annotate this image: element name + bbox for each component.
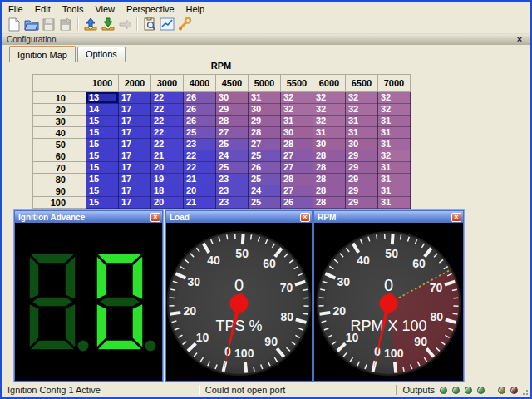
configuration-titlebar[interactable]: Configuration ×	[2, 34, 530, 45]
map-cell[interactable]: 17	[119, 139, 151, 150]
map-cell[interactable]: 31	[249, 92, 281, 104]
map-cell[interactable]: 28	[249, 127, 281, 139]
map-cell[interactable]: 31	[378, 185, 411, 197]
map-cell[interactable]: 29	[346, 150, 378, 162]
map-cell[interactable]: 28	[216, 116, 249, 127]
map-cell[interactable]: 29	[346, 162, 378, 174]
map-cell[interactable]: 21	[151, 150, 184, 162]
map-cell[interactable]: 32	[346, 104, 378, 116]
map-cell[interactable]: 22	[151, 139, 184, 150]
map-cell[interactable]: 17	[119, 162, 151, 174]
map-cell[interactable]: 29	[346, 174, 378, 185]
menu-edit[interactable]: Edit	[29, 3, 57, 15]
map-cell[interactable]: 25	[249, 197, 281, 209]
map-cell[interactable]: 26	[249, 162, 281, 174]
map-cell[interactable]: 20	[184, 185, 216, 197]
map-cell[interactable]: 30	[216, 92, 249, 104]
load-titlebar[interactable]: Load ×	[166, 211, 312, 223]
save-icon[interactable]	[40, 16, 57, 32]
map-cell[interactable]: 30	[249, 104, 281, 116]
menu-view[interactable]: View	[89, 3, 121, 15]
report-icon[interactable]	[140, 16, 158, 32]
map-cell[interactable]: 25	[216, 139, 249, 150]
map-cell[interactable]: 27	[281, 150, 313, 162]
map-cell[interactable]: 28	[281, 139, 313, 150]
map-cell[interactable]: 30	[313, 139, 346, 150]
map-cell[interactable]: 15	[86, 197, 119, 209]
open-folder-icon[interactable]	[22, 16, 40, 32]
map-cell[interactable]: 14	[86, 104, 119, 116]
map-cell[interactable]: 25	[216, 162, 249, 174]
menu-help[interactable]: Help	[180, 3, 211, 15]
map-cell[interactable]: 17	[119, 150, 151, 162]
map-cell-selected[interactable]: 13	[86, 92, 119, 104]
map-cell[interactable]: 29	[249, 116, 281, 127]
map-cell[interactable]: 17	[119, 116, 151, 127]
map-cell[interactable]: 32	[313, 116, 346, 127]
close-icon[interactable]: ×	[300, 213, 310, 222]
map-cell[interactable]: 26	[184, 116, 216, 127]
map-cell[interactable]: 24	[249, 185, 281, 197]
map-cell[interactable]: 31	[313, 127, 346, 139]
map-cell[interactable]: 31	[378, 174, 411, 185]
map-cell[interactable]: 23	[216, 174, 249, 185]
map-cell[interactable]: 28	[313, 197, 346, 209]
upload-icon[interactable]	[81, 16, 99, 32]
map-cell[interactable]: 27	[249, 139, 281, 150]
map-cell[interactable]: 30	[281, 127, 313, 139]
map-cell[interactable]: 31	[378, 197, 411, 209]
map-cell[interactable]: 28	[313, 174, 346, 185]
map-cell[interactable]: 17	[119, 185, 151, 197]
map-cell[interactable]: 28	[281, 174, 313, 185]
close-icon[interactable]: ×	[515, 35, 525, 44]
menu-tools[interactable]: Tools	[57, 3, 90, 15]
map-cell[interactable]: 22	[151, 116, 184, 127]
send-icon[interactable]	[116, 16, 134, 32]
wrench-icon[interactable]	[175, 16, 193, 32]
menu-perspective[interactable]: Perspective	[121, 3, 180, 15]
map-cell[interactable]: 15	[86, 139, 119, 150]
map-cell[interactable]: 28	[313, 162, 346, 174]
map-cell[interactable]: 15	[86, 185, 119, 197]
map-cell[interactable]: 32	[313, 92, 346, 104]
download-icon[interactable]	[99, 16, 116, 32]
map-cell[interactable]: 27	[216, 127, 249, 139]
map-cell[interactable]: 22	[151, 92, 184, 104]
map-cell[interactable]: 15	[86, 162, 119, 174]
map-cell[interactable]: 32	[281, 92, 313, 104]
map-cell[interactable]: 22	[151, 127, 184, 139]
map-cell[interactable]: 23	[216, 185, 249, 197]
map-cell[interactable]: 32	[281, 104, 313, 116]
map-cell[interactable]: 31	[378, 139, 411, 150]
map-cell[interactable]: 22	[184, 150, 216, 162]
map-cell[interactable]: 31	[346, 127, 378, 139]
menu-file[interactable]: File	[2, 3, 29, 15]
map-cell[interactable]: 32	[346, 92, 378, 104]
map-cell[interactable]: 18	[151, 185, 184, 197]
map-cell[interactable]: 22	[151, 104, 184, 116]
map-cell[interactable]: 31	[281, 116, 313, 127]
map-cell[interactable]: 32	[378, 150, 411, 162]
map-cell[interactable]: 19	[151, 174, 184, 185]
map-cell[interactable]: 26	[184, 104, 216, 116]
map-cell[interactable]: 32	[313, 104, 346, 116]
tab-options[interactable]: Options	[77, 47, 126, 62]
map-cell[interactable]: 20	[151, 162, 184, 174]
map-cell[interactable]: 31	[378, 127, 411, 139]
map-cell[interactable]: 31	[378, 162, 411, 174]
map-cell[interactable]: 21	[184, 174, 216, 185]
map-cell[interactable]: 29	[216, 104, 249, 116]
map-cell[interactable]: 29	[346, 185, 378, 197]
map-cell[interactable]: 21	[184, 197, 216, 209]
map-cell[interactable]: 26	[281, 197, 313, 209]
close-icon[interactable]: ×	[150, 213, 160, 222]
map-cell[interactable]: 25	[184, 127, 216, 139]
map-cell[interactable]: 27	[281, 162, 313, 174]
map-cell[interactable]: 23	[184, 139, 216, 150]
map-cell[interactable]: 15	[86, 127, 119, 139]
map-cell[interactable]: 30	[346, 139, 378, 150]
map-cell[interactable]: 15	[86, 174, 119, 185]
map-cell[interactable]: 31	[346, 116, 378, 127]
map-cell[interactable]: 32	[378, 92, 411, 104]
resize-grip-icon[interactable]	[520, 387, 529, 396]
